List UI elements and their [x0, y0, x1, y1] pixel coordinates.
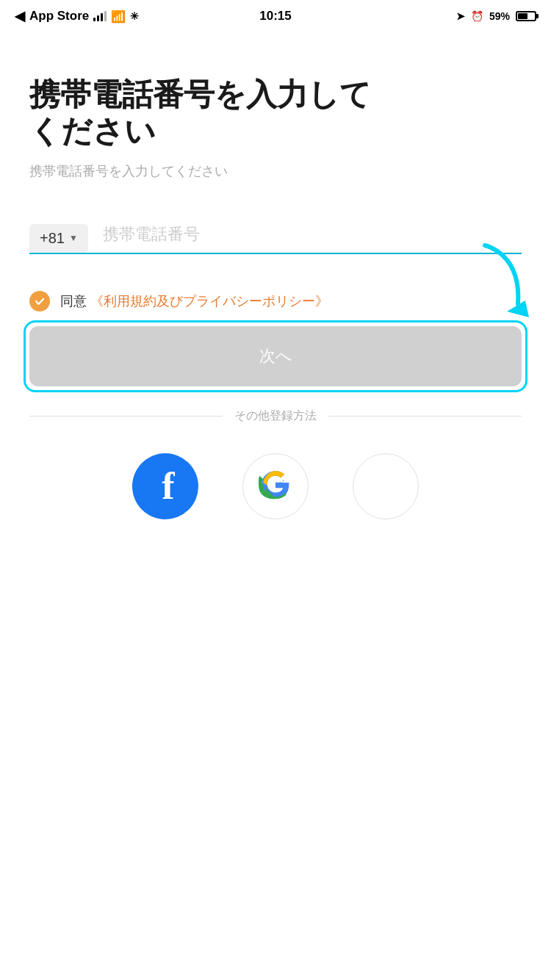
google-icon	[259, 468, 292, 505]
country-code-selector[interactable]: +81 ▼	[29, 224, 88, 253]
location-icon: ➤	[456, 10, 465, 22]
phone-input-row: +81 ▼	[29, 224, 522, 254]
next-button-wrapper: 次へ	[29, 326, 522, 386]
terms-row: 同意 《利用規約及びプライバシーポリシー》	[29, 291, 522, 311]
page-title: 携帯電話番号を入力してください	[29, 76, 522, 151]
country-code-value: +81	[40, 230, 65, 247]
main-content: 携帯電話番号を入力してください 携帯電話番号を入力してください +81 ▼ 同意…	[0, 32, 551, 578]
terms-link[interactable]: 《利用規約及びプライバシーポリシー》	[90, 294, 328, 309]
divider-line-right	[328, 416, 522, 417]
status-left: ◀ App Store 📶 ✳	[15, 8, 139, 24]
status-bar: ◀ App Store 📶 ✳ 10:15 ➤ ⏰ 59%	[0, 0, 551, 32]
dropdown-arrow-icon: ▼	[69, 233, 78, 243]
terms-checkbox[interactable]	[29, 291, 50, 311]
alarm-icon: ⏰	[471, 10, 483, 22]
checkmark-icon	[34, 295, 46, 307]
back-arrow-icon: ◀	[15, 8, 25, 24]
google-login-button[interactable]	[242, 453, 309, 519]
page-subtitle: 携帯電話番号を入力してください	[29, 162, 522, 180]
signal-bars-icon	[93, 11, 107, 21]
divider-text: その他登録方法	[234, 408, 317, 424]
loading-icon: ✳	[130, 10, 139, 22]
social-login-row: f	[29, 453, 522, 519]
divider-row: その他登録方法	[29, 408, 522, 424]
status-time: 10:15	[259, 9, 291, 24]
wifi-icon: 📶	[111, 10, 126, 24]
carrier-label: App Store	[29, 9, 89, 24]
apple-login-button[interactable]	[353, 453, 419, 519]
battery-icon	[516, 11, 536, 21]
facebook-icon: f	[156, 467, 174, 505]
battery-percent: 59%	[489, 10, 510, 22]
status-right: ➤ ⏰ 59%	[456, 10, 536, 22]
phone-number-input[interactable]	[103, 225, 522, 247]
facebook-login-button[interactable]: f	[132, 453, 198, 519]
next-button[interactable]: 次へ	[29, 326, 522, 386]
divider-line-left	[29, 416, 223, 417]
terms-agree-text: 同意 《利用規約及びプライバシーポリシー》	[60, 292, 328, 310]
